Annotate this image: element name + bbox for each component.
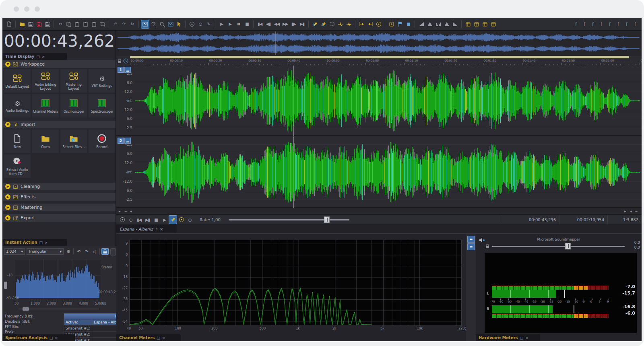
- workspace-default-layout[interactable]: Default Layout: [4, 69, 31, 93]
- collapse-icon[interactable]: ▼: [5, 122, 10, 127]
- loop-button[interactable]: [118, 215, 126, 224]
- copy-button[interactable]: [64, 20, 73, 29]
- channel-meters-tab[interactable]: Channel Meters □×: [116, 334, 181, 341]
- scroll-left-button[interactable]: ◂: [130, 209, 132, 213]
- rate-slider-handle[interactable]: [324, 216, 330, 223]
- section-mastering[interactable]: ▶Mastering: [3, 204, 116, 211]
- workspace-mastering-layout[interactable]: Mastering Layout: [60, 69, 87, 93]
- expand-icon[interactable]: ▶: [5, 215, 10, 220]
- workspace-spectroscope[interactable]: Spectroscope: [89, 94, 115, 117]
- close-icon[interactable]: ×: [45, 241, 48, 245]
- timeline-scrollbar[interactable]: [130, 56, 629, 58]
- fast-forward-button[interactable]: ▶▶: [281, 20, 289, 29]
- section-import[interactable]: ▼Import: [3, 121, 116, 128]
- section-export[interactable]: ▶Export: [3, 214, 116, 222]
- zoom-horizontal-button[interactable]: [166, 20, 175, 29]
- redo-button[interactable]: ↷: [120, 20, 128, 29]
- section-effects[interactable]: ▶Effects: [3, 193, 116, 201]
- meter-view-2-button[interactable]: ▬: [467, 243, 475, 250]
- go-to-end-button[interactable]: ▶▮: [298, 20, 306, 29]
- go-end-button[interactable]: ▶▮: [143, 215, 152, 224]
- snapshot-row[interactable]: Active:Espana - Alberi: [64, 319, 123, 325]
- section-workspace[interactable]: ▼Workspace: [3, 60, 116, 68]
- save-button[interactable]: [26, 20, 35, 29]
- undock-icon[interactable]: □: [520, 336, 524, 340]
- fade-out-button[interactable]: [451, 20, 459, 29]
- fx-8-button[interactable]: ƒ: [631, 20, 639, 29]
- output-volume-slider[interactable]: [492, 246, 625, 247]
- workspace-audio-settings[interactable]: ⚙Audio Settings: [4, 94, 31, 117]
- rewind-button[interactable]: ◀◀: [272, 20, 281, 29]
- time-format-icon[interactable]: [123, 58, 128, 64]
- close-icon[interactable]: ×: [525, 336, 528, 340]
- fx-2-button[interactable]: ƒ: [580, 20, 588, 29]
- workspace-vst-settings[interactable]: ⚙VST Settings: [89, 69, 115, 93]
- fade-valley-button[interactable]: [434, 20, 442, 29]
- fx-5-button[interactable]: ƒ: [605, 20, 614, 29]
- lock-icon[interactable]: [101, 248, 109, 255]
- rate-slider[interactable]: [229, 219, 349, 220]
- stop-button[interactable]: ■: [243, 20, 251, 29]
- window-dot-3[interactable]: [35, 6, 40, 12]
- expand-icon[interactable]: ▶: [5, 205, 10, 210]
- zoom-out-button[interactable]: −: [124, 209, 128, 213]
- close-icon[interactable]: ×: [162, 336, 165, 340]
- save-all-button[interactable]: [43, 20, 52, 29]
- close-icon[interactable]: ×: [42, 55, 45, 59]
- trim-button[interactable]: [98, 20, 107, 29]
- record-button[interactable]: ○: [126, 215, 135, 224]
- spectrum-analysis-tab[interactable]: Spectrum Analysis □×: [2, 334, 75, 341]
- cut-button[interactable]: ✂: [56, 20, 64, 29]
- import-recent-files[interactable]: Recent Files...: [60, 130, 87, 153]
- cue-point-button[interactable]: [387, 20, 396, 29]
- expand-icon[interactable]: ▶: [5, 184, 10, 189]
- play-all-button[interactable]: ▶: [226, 20, 234, 29]
- stop-button[interactable]: ■: [152, 215, 160, 224]
- flag-marker-button[interactable]: [396, 20, 404, 29]
- window-dot-2[interactable]: [24, 6, 29, 12]
- zoom-out-h-button[interactable]: ◂: [630, 209, 632, 213]
- paste-button[interactable]: [73, 20, 81, 29]
- next-marker-button[interactable]: ▮▶: [289, 20, 298, 29]
- loop-in-button[interactable]: [357, 20, 366, 29]
- open-button[interactable]: [18, 20, 26, 29]
- time-display-tab[interactable]: Time Display □×: [2, 53, 67, 60]
- timeline-ruler[interactable]: 00:00:0000:00:1000:00:2000:00:3000:00:40…: [116, 56, 642, 66]
- scroll-right-button[interactable]: ▸: [624, 209, 626, 213]
- fade-peak-button[interactable]: [425, 20, 434, 29]
- lock-icon[interactable]: [485, 244, 489, 249]
- undock-icon[interactable]: □: [50, 336, 53, 340]
- edit-marker-button[interactable]: [311, 20, 319, 29]
- fft-size-select[interactable]: 1.024▾: [4, 248, 25, 255]
- waveform-channel-1[interactable]: 1▂-2.5-6.0-12.0-inf.-12.0-6.0-2.5: [116, 66, 642, 136]
- import-record[interactable]: Record: [89, 130, 115, 153]
- grid-marker-button[interactable]: [472, 20, 481, 29]
- burn-cd-button[interactable]: [188, 20, 196, 29]
- import-extract-audio-from-cd[interactable]: Extract Audio from CD...: [4, 154, 31, 178]
- settings-gear-icon[interactable]: ⚙: [65, 248, 72, 255]
- snap-marker-button[interactable]: [319, 20, 328, 29]
- region-marker-button[interactable]: ■: [404, 20, 413, 29]
- fx-6-button[interactable]: ƒ: [614, 20, 622, 29]
- workspace-channel-meters[interactable]: Channel Meters: [32, 94, 59, 117]
- zoom-wave-button[interactable]: [149, 20, 158, 29]
- paste-as-new-button[interactable]: [81, 20, 90, 29]
- mode-button[interactable]: ○: [186, 215, 194, 224]
- pointer-tool-button[interactable]: [175, 20, 183, 29]
- pan-point-button[interactable]: [345, 20, 353, 29]
- redo-icon[interactable]: ↷: [83, 248, 90, 255]
- playhead[interactable]: [293, 136, 294, 208]
- output-volume-handle[interactable]: [565, 243, 571, 249]
- close-icon[interactable]: ×: [160, 227, 163, 231]
- expand-icon[interactable]: ▶: [5, 194, 10, 200]
- play-button[interactable]: ▶: [160, 215, 169, 224]
- window-dot-1[interactable]: [14, 6, 19, 12]
- hardware-meters-tab[interactable]: Hardware Meters □×: [476, 334, 540, 341]
- paste-mix-button[interactable]: [90, 20, 98, 29]
- import-new[interactable]: New: [4, 130, 31, 153]
- collapse-icon[interactable]: ▼: [5, 62, 10, 67]
- record-input-button[interactable]: ○: [196, 20, 204, 29]
- speaker-mute-icon[interactable]: ◁: [91, 248, 98, 255]
- playhead[interactable]: [293, 66, 294, 136]
- import-open[interactable]: Open: [32, 130, 59, 153]
